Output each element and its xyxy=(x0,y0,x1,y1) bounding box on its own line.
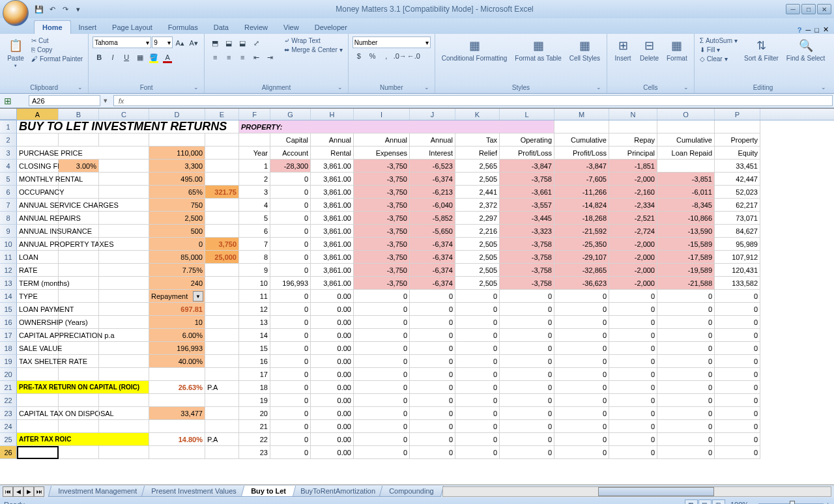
sheet-nav-next-icon[interactable]: ▶ xyxy=(23,486,34,497)
cell[interactable]: 0 xyxy=(554,446,609,459)
format-cells-button[interactable]: ▦Format xyxy=(664,36,690,63)
cell[interactable]: SALE VALUE xyxy=(17,342,59,355)
minimize-ribbon-icon[interactable]: ─ xyxy=(806,26,811,34)
qat-dropdown-icon[interactable]: ▾ xyxy=(73,4,83,14)
cell[interactable]: -2,724 xyxy=(609,225,657,238)
cell[interactable]: 3,861.00 xyxy=(311,199,354,212)
cell[interactable]: 0 xyxy=(715,394,760,407)
cell[interactable]: OWNERSHIP (Years) xyxy=(17,316,59,329)
row-header[interactable]: 1 xyxy=(0,120,17,133)
cell[interactable]: -13,590 xyxy=(657,225,715,238)
cut-button[interactable]: ✂ Cut xyxy=(30,36,84,45)
orientation-icon[interactable]: ⤢ xyxy=(250,36,263,49)
cell[interactable]: Loan Repaid xyxy=(657,147,715,160)
cell[interactable] xyxy=(99,238,149,251)
column-header[interactable]: M xyxy=(554,109,609,120)
cell[interactable]: -28,300 xyxy=(270,160,311,173)
cell[interactable] xyxy=(99,212,149,225)
cell[interactable] xyxy=(205,355,239,368)
cell[interactable] xyxy=(99,199,149,212)
cell[interactable]: 0 xyxy=(500,407,554,420)
cell[interactable] xyxy=(59,446,99,459)
cell[interactable]: Profit/Loss xyxy=(500,147,554,160)
cell[interactable]: 0 xyxy=(354,303,410,316)
cell[interactable]: 0 xyxy=(455,368,500,381)
cell[interactable]: 0 xyxy=(609,394,657,407)
row-header[interactable]: 14 xyxy=(0,290,17,303)
cell[interactable]: 0 xyxy=(715,407,760,420)
cell[interactable]: Capital xyxy=(270,133,311,147)
cell[interactable]: TERM (months) xyxy=(17,277,59,290)
font-color-button[interactable]: A xyxy=(161,51,174,64)
formula-input[interactable] xyxy=(128,97,832,105)
cell[interactable]: -6,213 xyxy=(410,186,455,199)
cell[interactable]: 0 xyxy=(410,342,455,355)
ribbon-tab-formulas[interactable]: Formulas xyxy=(160,21,206,34)
row-header[interactable]: 22 xyxy=(0,394,17,407)
cell[interactable]: 0 xyxy=(657,355,715,368)
cell[interactable]: -6,374 xyxy=(410,251,455,264)
cell[interactable]: 0 xyxy=(609,420,657,433)
cell[interactable]: 0 xyxy=(270,303,311,316)
cell[interactable]: 20 xyxy=(239,407,270,420)
cell[interactable]: 0 xyxy=(270,186,311,199)
cell[interactable]: Cumulative xyxy=(657,133,715,147)
cell[interactable] xyxy=(205,407,239,420)
cell[interactable]: 0.00 xyxy=(311,355,354,368)
cell[interactable]: LOAN PAYMENT xyxy=(17,303,59,316)
row-header[interactable]: 13 xyxy=(0,277,17,290)
cell[interactable]: 0 xyxy=(455,433,500,446)
cell[interactable]: -14,824 xyxy=(554,199,609,212)
cell[interactable]: 3,861.00 xyxy=(311,238,354,251)
row-header[interactable]: 25 xyxy=(0,433,17,446)
cell[interactable]: 0.00 xyxy=(311,368,354,381)
cell[interactable]: Tax xyxy=(455,133,500,147)
cell[interactable] xyxy=(99,290,149,303)
cell[interactable] xyxy=(205,199,239,212)
cell[interactable]: 196,993 xyxy=(149,342,205,355)
cell[interactable]: 0 xyxy=(354,420,410,433)
cell[interactable]: Annual xyxy=(354,133,410,147)
row-header[interactable]: 2 xyxy=(0,133,17,147)
cell[interactable]: 0 xyxy=(554,290,609,303)
paste-button[interactable]: 📋Paste▾ xyxy=(4,36,27,70)
cell[interactable]: 3,861.00 xyxy=(311,173,354,186)
cell[interactable] xyxy=(205,368,239,381)
cell[interactable] xyxy=(59,342,99,355)
redo-icon[interactable]: ↷ xyxy=(60,4,70,14)
cell[interactable]: CAPITAL APPRECIATION p.a xyxy=(17,329,59,342)
cell[interactable]: 3,861.00 xyxy=(311,264,354,277)
cell[interactable]: 14.80% xyxy=(149,433,205,446)
column-header[interactable]: O xyxy=(657,109,715,120)
row-header[interactable]: 8 xyxy=(0,212,17,225)
row-header[interactable]: 15 xyxy=(0,303,17,316)
cell[interactable] xyxy=(99,133,149,147)
cell[interactable]: 0 xyxy=(657,381,715,394)
cell[interactable] xyxy=(59,394,99,407)
cell[interactable]: 110,000 xyxy=(149,147,205,160)
cell[interactable]: Cumulative xyxy=(554,133,609,147)
cell[interactable]: 0 xyxy=(410,290,455,303)
cell[interactable] xyxy=(99,342,149,355)
restore-window-icon[interactable]: □ xyxy=(814,26,819,34)
cell[interactable] xyxy=(59,238,99,251)
cell[interactable]: 0 xyxy=(657,290,715,303)
normal-view-icon[interactable]: ▦ xyxy=(685,499,698,504)
bold-button[interactable]: B xyxy=(93,51,106,64)
cell[interactable]: -3,557 xyxy=(500,199,554,212)
cell[interactable]: 0.00 xyxy=(311,303,354,316)
cell[interactable] xyxy=(149,394,205,407)
cell[interactable]: 15 xyxy=(239,342,270,355)
cell[interactable] xyxy=(554,120,609,133)
cell[interactable]: 0 xyxy=(410,368,455,381)
cell[interactable] xyxy=(59,264,99,277)
cell[interactable]: -5,650 xyxy=(410,225,455,238)
cell[interactable]: 3,861.00 xyxy=(311,225,354,238)
cell[interactable]: -2,000 xyxy=(609,173,657,186)
cell[interactable]: Property xyxy=(715,133,760,147)
cell[interactable]: -29,107 xyxy=(554,251,609,264)
cell[interactable] xyxy=(99,186,149,199)
cell[interactable]: PRE-TAX RETURN ON CAPITAL (ROIC) xyxy=(17,381,149,394)
cell[interactable]: 0 xyxy=(657,407,715,420)
cell[interactable]: 84,627 xyxy=(715,225,760,238)
